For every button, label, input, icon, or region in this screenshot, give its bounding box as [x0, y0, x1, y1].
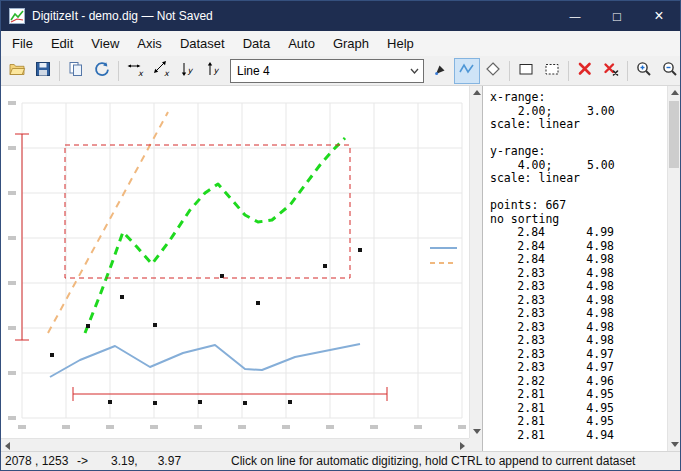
undo-circular-arrow-icon: [93, 60, 111, 82]
data-point-row: 2.834.98: [490, 307, 667, 321]
save-floppy-icon: [34, 60, 52, 82]
info-line: points: 667: [490, 199, 667, 213]
app-window: DigitizeIt - demo.dig — Not Saved — □ × …: [0, 0, 681, 471]
info-line: scale: linear: [490, 172, 667, 186]
toolbar-separator: [59, 61, 60, 81]
pixel-coordinates: 2078 , 1253: [5, 454, 77, 468]
app-icon: [9, 8, 25, 24]
window-title: DigitizeIt - demo.dig — Not Saved: [32, 9, 213, 23]
digitize-pen-button[interactable]: [428, 58, 454, 84]
info-panel: x-range: 2.00; 3.00scale: lineary-range:…: [483, 86, 680, 451]
scrollbar-thumb[interactable]: [669, 101, 679, 168]
title-bar: DigitizeIt - demo.dig — Not Saved — □ ×: [1, 1, 680, 31]
delete-dataset-button[interactable]: [598, 58, 624, 84]
dashed-box-icon: [543, 60, 561, 82]
toolbar-separator: [627, 61, 628, 81]
copy-icon: [67, 60, 85, 82]
scroll-right-icon[interactable]: [460, 442, 465, 450]
info-line: scale: linear: [490, 118, 667, 132]
y-axis-point1-button[interactable]: y: [174, 58, 200, 84]
x-axis-arrows-icon: x: [126, 60, 144, 82]
info-vertical-scrollbar[interactable]: [667, 86, 680, 451]
scroll-up-icon[interactable]: [671, 90, 679, 95]
info-line: y-range:: [490, 145, 667, 159]
chevron-down-icon: [405, 68, 423, 74]
data-point-row: 2.844.98: [490, 253, 667, 267]
menu-item[interactable]: Dataset: [171, 32, 234, 55]
y-axis-point2-button[interactable]: y: [200, 58, 226, 84]
status-message: Click on line for automatic digitizing, …: [231, 454, 635, 468]
x-axis-point2-button[interactable]: x: [148, 58, 174, 84]
diamond-marker-button[interactable]: [480, 58, 506, 84]
toolbar: x x y: [1, 56, 680, 86]
open-folder-icon: [8, 60, 26, 82]
info-line: [490, 132, 667, 146]
data-point-row: 2.834.98: [490, 334, 667, 348]
svg-text:x: x: [138, 69, 144, 78]
dashed-box-button[interactable]: [539, 58, 565, 84]
curve-wave-icon: [458, 60, 476, 82]
red-x-icon: [576, 60, 594, 82]
svg-text:y: y: [214, 66, 220, 75]
menu-item[interactable]: Axis: [128, 32, 171, 55]
data-point-row: 2.814.95: [490, 402, 667, 416]
data-point-row: 2.844.99: [490, 226, 667, 240]
dataset-selector-value: Line 4: [231, 64, 405, 78]
curve-digitize-button[interactable]: [454, 58, 480, 84]
data-point-row: 2.824.96: [490, 375, 667, 389]
solid-box-icon: [517, 60, 535, 82]
menu-item[interactable]: Graph: [324, 32, 378, 55]
info-line: 4.00; 5.00: [490, 159, 667, 173]
svg-text:x: x: [164, 69, 170, 78]
zoom-in-icon: [635, 60, 653, 82]
zoom-in-button[interactable]: [631, 58, 657, 84]
plot-canvas[interactable]: [1, 86, 469, 438]
delete-point-button[interactable]: [572, 58, 598, 84]
scroll-left-icon[interactable]: [5, 442, 10, 450]
scroll-down-icon[interactable]: [671, 442, 679, 447]
menu-bar: FileEditViewAxisDatasetDataAutoGraphHelp: [1, 31, 680, 56]
save-button[interactable]: [30, 58, 56, 84]
data-point-row: 2.834.98: [490, 321, 667, 335]
open-button[interactable]: [4, 58, 30, 84]
close-button[interactable]: ×: [638, 1, 680, 31]
copy-button[interactable]: [63, 58, 89, 84]
menu-item[interactable]: View: [82, 32, 128, 55]
data-point-row: 2.834.97: [490, 348, 667, 362]
data-point-row: 2.814.94: [490, 429, 667, 443]
undo-button[interactable]: [89, 58, 115, 84]
data-point-list: 2.844.992.844.982.844.982.834.982.834.98…: [490, 226, 667, 442]
axis-info-lines: x-range: 2.00; 3.00scale: lineary-range:…: [490, 91, 667, 226]
maximize-button[interactable]: □: [596, 1, 638, 31]
data-point-row: 2.834.98: [490, 294, 667, 308]
data-point-row: 2.834.98: [490, 280, 667, 294]
menu-item[interactable]: Edit: [42, 32, 82, 55]
scroll-up-icon[interactable]: [473, 90, 481, 95]
data-point-row: 2.844.98: [490, 240, 667, 254]
plot-vertical-scrollbar[interactable]: [469, 86, 482, 438]
minimize-button[interactable]: —: [554, 1, 596, 31]
dataset-selector[interactable]: Line 4: [230, 59, 424, 83]
data-point-row: 2.834.98: [490, 267, 667, 281]
graph-coordinates: 3.19, 3.97: [111, 454, 231, 468]
zoom-out-icon: [661, 60, 679, 82]
plot-horizontal-scrollbar[interactable]: [1, 438, 469, 451]
scrollbar-corner: [469, 438, 482, 451]
x-axis-diagonal-arrows-icon: x: [152, 60, 170, 82]
status-bar: 2078 , 1253 -> 3.19, 3.97 Click on line …: [1, 451, 680, 470]
red-x-small-x-icon: [602, 60, 620, 82]
menu-item[interactable]: File: [3, 32, 42, 55]
scroll-down-icon[interactable]: [473, 429, 481, 434]
menu-item[interactable]: Help: [378, 32, 423, 55]
menu-item[interactable]: Data: [234, 32, 279, 55]
x-axis-point1-button[interactable]: x: [122, 58, 148, 84]
zoom-out-button[interactable]: [657, 58, 681, 84]
svg-text:y: y: [188, 66, 194, 75]
y-axis-up-arrow-icon: y: [204, 60, 222, 82]
toolbar-separator: [509, 61, 510, 81]
diamond-icon: [484, 60, 502, 82]
main-area: x-range: 2.00; 3.00scale: lineary-range:…: [1, 86, 680, 451]
menu-item[interactable]: Auto: [279, 32, 324, 55]
axes-box-button[interactable]: [513, 58, 539, 84]
coords-arrow: ->: [77, 454, 111, 468]
